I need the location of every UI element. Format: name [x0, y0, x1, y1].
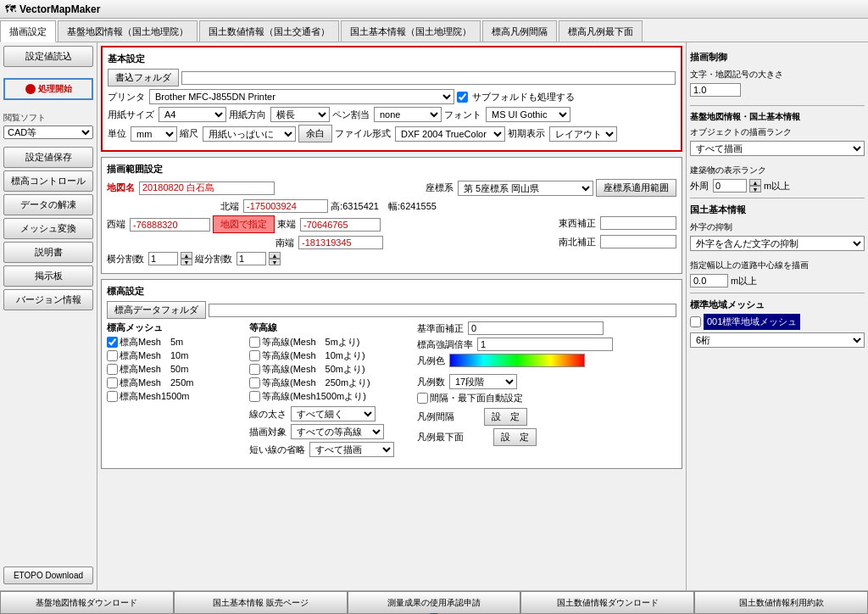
- ns-corr-input[interactable]: [600, 235, 676, 248]
- survey-approval-button[interactable]: 測量成果の使用承認申請: [348, 591, 521, 614]
- tab-base-map[interactable]: 基盤地図情報（国土地理院）: [58, 20, 198, 42]
- margin-button[interactable]: 余白: [298, 125, 332, 142]
- data-unlock-button[interactable]: データの解凍: [3, 194, 93, 215]
- h-div-input[interactable]: [148, 252, 178, 265]
- west-input[interactable]: [130, 218, 210, 232]
- foreign-char-select[interactable]: 外字を含んだ文字の抑制: [690, 236, 865, 251]
- tab-draw-settings[interactable]: 描画設定: [0, 20, 56, 42]
- national-numerical-terms-button[interactable]: 国土数値情報利用約款: [694, 591, 868, 614]
- elevation-ctrl-button[interactable]: 標高コントロール: [3, 170, 93, 192]
- ew-corr-input[interactable]: [600, 216, 676, 230]
- paper-size-row: 用紙サイズ A4 用紙方向 横長 ペン割当 none フォント MS UI Go…: [108, 107, 676, 122]
- tab-elevation-interval[interactable]: 標高凡例間隔: [482, 20, 557, 42]
- legend-count-select[interactable]: 17段階: [449, 374, 517, 389]
- tab-elevation-bottom[interactable]: 標高凡例最下面: [559, 20, 643, 42]
- mesh-10m-checkbox[interactable]: [107, 350, 118, 361]
- legend-interval-label: 凡例間隔: [417, 410, 454, 423]
- mesh-5m-checkbox[interactable]: [107, 337, 118, 348]
- scale-select[interactable]: 用紙いっぱいに: [203, 126, 296, 142]
- version-button[interactable]: バージョン情報: [3, 289, 93, 310]
- etopo-button[interactable]: ETOPO Download: [3, 567, 93, 584]
- mesh-10m-label: 標高Mesh 10m: [120, 349, 188, 362]
- road-input[interactable]: [690, 274, 728, 287]
- mesh-item-checkbox[interactable]: [690, 316, 701, 327]
- mesh-50m-label: 標高Mesh 50m: [120, 363, 188, 376]
- notice-button[interactable]: 掲示板: [3, 265, 93, 287]
- national-numerical-dl-button[interactable]: 国土数値情報ダウンロード: [520, 591, 694, 614]
- ew-corr-row: 東西補正: [559, 216, 676, 230]
- subfolder-checkbox[interactable]: [457, 92, 468, 103]
- contour-5m-checkbox[interactable]: [249, 337, 260, 348]
- contour-250m-label: 等高線(Mesh 250mより): [262, 377, 370, 389]
- building-input[interactable]: [713, 179, 747, 193]
- unit-select[interactable]: mm: [131, 126, 177, 142]
- building-up-btn[interactable]: ▲: [749, 179, 761, 186]
- base-map-title: 基盤地図情報・国土基本情報: [690, 111, 865, 123]
- content-area: 基本設定 書込フォルダ プリンタ Brother MFC-J855DN Prin…: [97, 42, 686, 590]
- contour-10m-row: 等高線(Mesh 10mより): [249, 349, 410, 362]
- settings-save-button[interactable]: 設定値保存: [3, 147, 93, 168]
- init-disp-select[interactable]: レイアウト: [549, 126, 617, 142]
- legend-interval-button[interactable]: 設 定: [484, 408, 527, 426]
- map-name-input[interactable]: [139, 181, 275, 195]
- draw-target-select[interactable]: すべての等高線: [291, 424, 384, 439]
- h-div-down-btn[interactable]: ▼: [181, 259, 192, 265]
- contour-10m-checkbox[interactable]: [249, 350, 260, 361]
- short-line-select[interactable]: すべて描画: [309, 442, 394, 457]
- write-folder-input[interactable]: [181, 71, 676, 85]
- scale-label: 縮尺: [180, 127, 198, 140]
- national-basic-sales-button[interactable]: 国土基本情報 販売ページ: [174, 591, 348, 614]
- app-title: VectorMapMaker: [19, 3, 100, 15]
- pen-ratio-select[interactable]: none: [374, 107, 442, 122]
- subfolder-label: サブフォルドも処理する: [472, 91, 575, 103]
- browse-software-select[interactable]: CAD等: [3, 126, 93, 139]
- unit-row: 単位 mm 縮尺 用紙いっぱいに 余白 ファイル形式 DXF 2004 True…: [108, 125, 676, 142]
- process-circle-icon: [25, 84, 36, 94]
- settings-load-button[interactable]: 設定値読込: [3, 46, 93, 67]
- tab-national-basic[interactable]: 国土基本情報（国土地理院）: [341, 20, 481, 42]
- legend-bottom-button[interactable]: 設 定: [493, 428, 537, 446]
- elevation-cols: 標高メッシュ 標高Mesh 5m 標高Mesh 10m 標高Mesh 50m: [107, 321, 676, 463]
- map-specify-button[interactable]: 地図で指定: [213, 215, 275, 233]
- base-level-input[interactable]: [468, 321, 604, 335]
- h-div-up-btn[interactable]: ▲: [181, 252, 192, 259]
- south-row: 南端: [107, 236, 552, 249]
- printer-select[interactable]: Brother MFC-J855DN Printer: [149, 89, 454, 104]
- mesh-50m-row: 標高Mesh 50m: [107, 363, 242, 376]
- data-folder-button[interactable]: 標高データフォルダ: [107, 301, 206, 319]
- paper-dir-select[interactable]: 横長: [270, 107, 330, 122]
- manual-button[interactable]: 説明書: [3, 242, 93, 263]
- contour-1500m-checkbox[interactable]: [249, 391, 260, 402]
- mesh-250m-checkbox[interactable]: [107, 377, 118, 388]
- v-div-input[interactable]: [236, 252, 266, 265]
- v-div-up-btn[interactable]: ▲: [269, 252, 281, 259]
- text-size-input[interactable]: [690, 83, 741, 97]
- div-row: 横分割数 ▲ ▼ 縦分割数 ▲: [107, 252, 552, 265]
- v-div-down-btn[interactable]: ▼: [269, 259, 281, 265]
- data-folder-input[interactable]: [209, 304, 676, 317]
- coord-range-button[interactable]: 座標系適用範囲: [596, 179, 676, 197]
- draw-rank-select[interactable]: すべて描画: [690, 141, 865, 156]
- contour-50m-checkbox[interactable]: [249, 364, 260, 375]
- coord-sys-select[interactable]: 第 5座標系 岡山県: [458, 181, 593, 196]
- north-input[interactable]: [243, 199, 328, 213]
- file-format-select[interactable]: DXF 2004 TrueColor: [395, 126, 505, 142]
- building-down-btn[interactable]: ▼: [749, 186, 761, 193]
- map-name-label: 地図名: [107, 181, 135, 194]
- font-select[interactable]: MS UI Gothic: [486, 107, 570, 122]
- south-input[interactable]: [298, 236, 383, 249]
- write-folder-button[interactable]: 書込フォルダ: [108, 69, 179, 87]
- tab-national-numerical[interactable]: 国土数値情報（国土交通省）: [199, 20, 339, 42]
- process-start-button[interactable]: 処理開始: [3, 78, 93, 100]
- line-width-select[interactable]: すべて細く: [291, 406, 376, 421]
- east-input[interactable]: [300, 218, 381, 232]
- mesh-convert-button[interactable]: メッシュ変換: [3, 218, 93, 239]
- elev-scale-input[interactable]: [477, 338, 613, 351]
- auto-set-checkbox[interactable]: [417, 393, 428, 404]
- contour-250m-checkbox[interactable]: [249, 377, 260, 388]
- mesh-digits-select[interactable]: 6桁: [690, 332, 865, 348]
- mesh-1500m-checkbox[interactable]: [107, 391, 118, 402]
- base-map-dl-button[interactable]: 基盤地図情報ダウンロード: [0, 591, 174, 614]
- paper-size-select[interactable]: A4: [159, 107, 226, 122]
- mesh-50m-checkbox[interactable]: [107, 364, 118, 375]
